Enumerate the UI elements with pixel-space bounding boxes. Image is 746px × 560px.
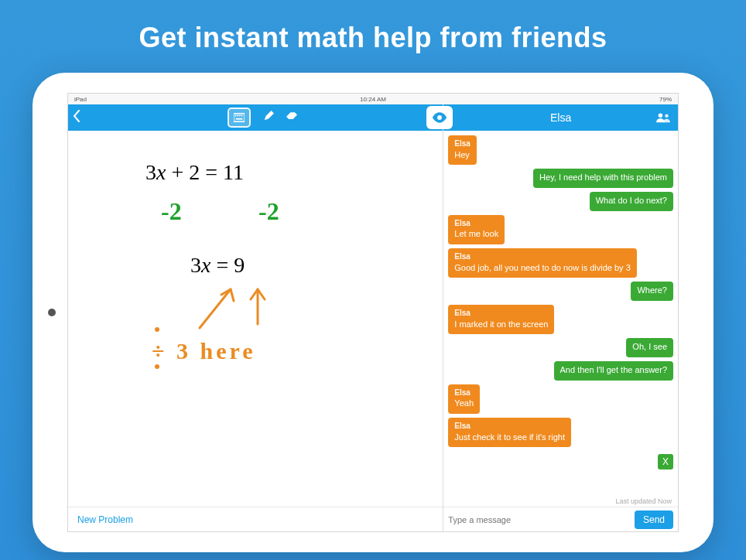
- svg-point-6: [437, 115, 442, 120]
- close-chat-button[interactable]: X: [658, 454, 673, 470]
- divide-dot-bottom: [155, 364, 159, 369]
- keyboard-tool-icon[interactable]: [228, 108, 251, 128]
- status-battery: 79%: [659, 96, 672, 103]
- chat-message-me: And then I'll get the answer?: [554, 361, 673, 381]
- whiteboard-toolbar: [68, 104, 443, 131]
- chat-message-text: What do I do next?: [596, 196, 667, 207]
- eraser-tool-icon[interactable]: [286, 111, 297, 125]
- chat-message-sender: Elsa: [454, 309, 548, 319]
- chat-message-text: Oh, I see: [632, 342, 667, 353]
- chat-message-text: I marked it on the screen: [454, 319, 548, 330]
- chat-message-sender: Elsa: [454, 139, 471, 149]
- arrow-annotations-icon: [176, 278, 300, 340]
- chat-message-friend: ElsaLet me look: [448, 215, 505, 244]
- svg-rect-5: [236, 118, 243, 120]
- svg-rect-0: [234, 114, 245, 122]
- chat-input-row: Send: [443, 507, 678, 531]
- chat-message-text: Let me look: [454, 229, 498, 240]
- chat-header: Elsa: [443, 104, 678, 131]
- status-bar: iPad 10:24 AM 79%: [68, 94, 678, 104]
- chat-message-friend: ElsaJust check it to see if it's right: [448, 418, 571, 447]
- last-updated: Last updated Now: [443, 495, 678, 507]
- chat-message-sender: Elsa: [454, 422, 565, 432]
- chat-input[interactable]: [448, 515, 630, 524]
- chat-panel: Elsa ElsaHeyHey, I need help with this p…: [443, 104, 678, 531]
- chat-message-friend: ElsaYeah: [448, 384, 480, 414]
- chat-message-text: Just check it to see if it's right: [454, 432, 565, 443]
- chat-message-sender: Elsa: [454, 219, 498, 229]
- chat-message-text: And then I'll get the answer?: [560, 365, 667, 376]
- annotation-minus-a: -2: [161, 197, 182, 226]
- new-problem-button[interactable]: New Problem: [77, 514, 133, 525]
- tablet-frame: iPad 10:24 AM 79%: [33, 73, 713, 552]
- chat-message-friend: ElsaI marked it on the screen: [448, 305, 554, 334]
- chat-message-me: Where?: [631, 282, 673, 301]
- back-button[interactable]: [73, 110, 80, 125]
- divide-dot-top: [155, 327, 159, 332]
- chat-message-sender: Elsa: [454, 388, 474, 398]
- chat-message-me: Oh, I see: [626, 338, 673, 357]
- svg-rect-4: [241, 115, 243, 117]
- home-button[interactable]: [48, 309, 56, 316]
- chat-message-text: Where?: [637, 285, 667, 296]
- annotation-minus-b: -2: [258, 197, 279, 226]
- app-content: 3x + 2 = 11 -2 -2 3x = 9 ÷ 3 here: [68, 104, 678, 531]
- pencil-tool-icon[interactable]: [263, 111, 274, 125]
- chat-message-sender: Elsa: [454, 252, 630, 262]
- chat-message-text: Yeah: [454, 398, 474, 409]
- equation-2: 3x = 9: [190, 253, 245, 278]
- chat-message-me: What do I do next?: [590, 192, 673, 211]
- people-icon[interactable]: [656, 112, 670, 123]
- headline: Get instant math help from friends: [139, 22, 607, 54]
- annotation-divide: ÷ 3 here: [152, 338, 256, 364]
- svg-rect-2: [238, 115, 239, 117]
- chat-message-me: Hey, I need help with this problem: [533, 169, 673, 188]
- chat-message-text: Hey: [454, 150, 471, 161]
- status-left: iPad: [74, 96, 87, 103]
- chat-header-name: Elsa: [550, 111, 571, 124]
- chat-messages[interactable]: ElsaHeyHey, I need help with this proble…: [443, 131, 678, 495]
- equation-1: 3x + 2 = 11: [145, 160, 244, 185]
- whiteboard-canvas[interactable]: 3x + 2 = 11 -2 -2 3x = 9 ÷ 3 here: [68, 131, 443, 507]
- whiteboard-footer: New Problem: [68, 507, 443, 531]
- screen: iPad 10:24 AM 79%: [67, 93, 679, 532]
- chat-message-friend: ElsaGood job, all you need to do now is …: [448, 248, 636, 278]
- svg-point-8: [665, 114, 669, 118]
- whiteboard-panel: 3x + 2 = 11 -2 -2 3x = 9 ÷ 3 here: [68, 104, 443, 531]
- view-toggle-button[interactable]: [426, 106, 453, 129]
- svg-rect-3: [239, 115, 241, 117]
- send-button[interactable]: Send: [635, 510, 673, 529]
- chat-message-text: Hey, I need help with this problem: [539, 172, 667, 183]
- svg-point-7: [659, 114, 662, 118]
- chat-message-text: Good job, all you need to do now is divi…: [454, 263, 630, 274]
- status-time: 10:24 AM: [360, 96, 386, 103]
- chat-message-friend: ElsaHey: [448, 135, 477, 165]
- svg-rect-1: [235, 115, 237, 117]
